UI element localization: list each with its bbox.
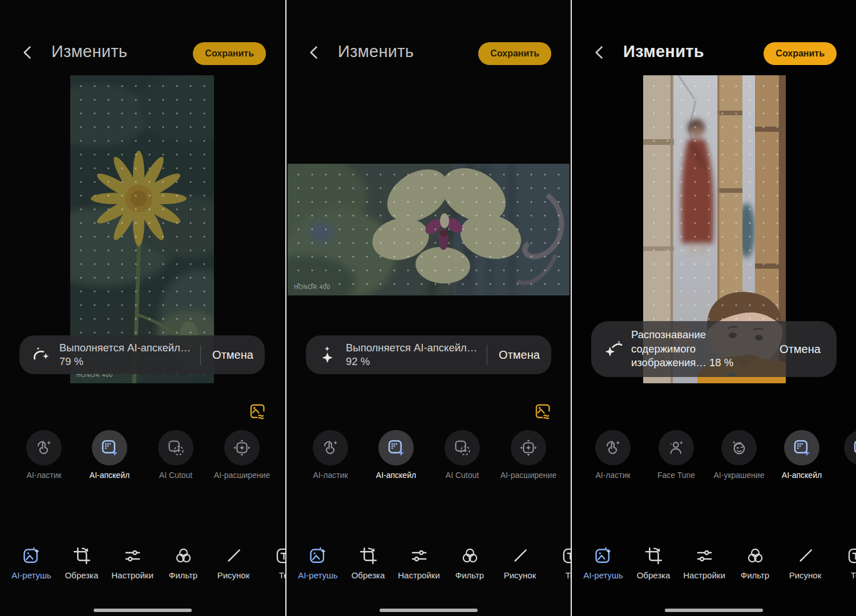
tab-crop[interactable]: Обрезка xyxy=(341,546,395,580)
adjustments-icon xyxy=(123,546,142,565)
tool-ai-cutout[interactable]: AI Cutout xyxy=(428,430,496,480)
cancel-button[interactable]: Отмена xyxy=(200,345,265,365)
tab-adjustments[interactable]: Настройки xyxy=(391,546,446,580)
toast-text: Выполняется AI-апскейл… 79 % xyxy=(59,341,200,369)
tab-adjustments[interactable]: Настройки xyxy=(105,546,160,580)
magic-wand-sparkle-icon xyxy=(31,345,51,364)
filter-icon xyxy=(746,546,765,565)
tool-ai-cutout[interactable]: AI Cutout xyxy=(142,430,210,480)
tool-ai-upscale[interactable]: AI-апскейл xyxy=(362,430,430,480)
crop-icon xyxy=(359,546,378,565)
back-button[interactable] xyxy=(21,45,35,60)
compare-original-icon[interactable] xyxy=(533,402,552,421)
home-indicator[interactable] xyxy=(94,609,192,612)
tab-ai-retouch[interactable]: AI-ретушь xyxy=(290,546,345,580)
tab-filter[interactable]: Фильтр xyxy=(728,546,782,580)
ai-expand-icon xyxy=(519,439,538,457)
toast-progress: 79 % xyxy=(59,355,200,368)
ai-upscale-icon xyxy=(853,439,856,457)
ai-eraser-icon xyxy=(321,439,340,457)
face-tune-icon xyxy=(667,439,685,457)
toast-progress: 92 % xyxy=(346,355,487,368)
tab-draw[interactable]: Рисунок xyxy=(778,546,833,580)
tool-ai-eraser[interactable]: AI-ластик xyxy=(296,430,365,480)
cancel-button[interactable]: Отмена xyxy=(487,345,551,365)
text-icon xyxy=(274,546,286,565)
tool-ai-expand[interactable]: AI-расширение xyxy=(494,430,563,480)
sparkles-icon xyxy=(318,345,337,364)
watermark: HONOR 400 xyxy=(294,284,330,290)
home-indicator[interactable] xyxy=(665,609,763,612)
toast-message: Распознавание содержимого изображения… xyxy=(631,329,706,368)
tool-ai-eraser[interactable]: AI-ластик xyxy=(579,430,647,480)
photo-preview-orchid: HONOR 400 xyxy=(288,164,570,295)
tab-crop[interactable]: Обрезка xyxy=(54,546,109,580)
editor-screen-flower: Изменить Сохранить xyxy=(0,0,285,616)
tab-adjustments[interactable]: Настройки xyxy=(677,546,732,580)
ai-retouch-icon xyxy=(22,546,41,565)
draw-icon xyxy=(511,546,530,565)
comet-sparkle-icon xyxy=(603,339,623,359)
ai-cutout-icon xyxy=(167,439,185,457)
filter-icon xyxy=(461,546,479,565)
adjustments-icon xyxy=(410,546,429,565)
save-button[interactable]: Сохранить xyxy=(193,42,266,65)
tool-ai-expand[interactable]: AI-расширение xyxy=(208,430,276,480)
toast-text: Распознавание содержимого изображения… 1… xyxy=(631,328,756,370)
text-icon xyxy=(561,546,571,565)
tool-ai-upscale[interactable]: AI-апскейл xyxy=(75,430,144,480)
progress-toast: Выполняется AI-апскейл… 79 % Отмена xyxy=(19,335,265,374)
tab-filter[interactable]: Фильтр xyxy=(442,546,497,580)
ai-upscale-icon xyxy=(793,439,811,457)
page-title: Изменить xyxy=(623,42,704,61)
grid-dots-overlay xyxy=(288,164,570,295)
ai-eraser-icon xyxy=(604,439,622,457)
text-icon xyxy=(846,546,856,565)
back-button[interactable] xyxy=(592,45,607,60)
tab-draw[interactable]: Рисунок xyxy=(492,546,547,580)
tab-ai-retouch[interactable]: AI-ретушь xyxy=(576,546,631,580)
editor-screen-boy: Изменить Сохранить xyxy=(571,0,856,616)
ai-retouch-icon xyxy=(309,546,328,565)
toast-message: Выполняется AI-апскейл… xyxy=(59,341,200,355)
tab-text[interactable]: Те xyxy=(543,546,571,580)
save-button[interactable]: Сохранить xyxy=(764,42,837,65)
toast-message: Выполняется AI-апскейл… xyxy=(346,341,487,355)
toast-text: Выполняется AI-апскейл… 92 % xyxy=(346,341,487,369)
tab-filter[interactable]: Фильтр xyxy=(156,546,211,580)
ai-upscale-icon xyxy=(100,439,119,457)
ai-cutout-icon xyxy=(453,439,471,457)
draw-icon xyxy=(796,546,815,565)
tool-ai-partial[interactable]: AI xyxy=(827,430,856,480)
editor-screen-orchid: Изменить Сохранить xyxy=(285,0,571,616)
tool-ai-eraser[interactable]: AI-ластик xyxy=(10,430,78,480)
crop-icon xyxy=(72,546,91,565)
back-button[interactable] xyxy=(307,45,322,60)
page-title: Изменить xyxy=(338,42,414,61)
ai-decorate-icon xyxy=(730,439,748,457)
crop-icon xyxy=(644,546,663,565)
tool-ai-decorate[interactable]: AI-украшение xyxy=(705,430,773,480)
tool-ai-upscale[interactable]: AI-апскейл xyxy=(768,430,836,480)
filter-icon xyxy=(174,546,193,565)
toast-progress: 18 % xyxy=(709,356,733,368)
progress-toast: Выполняется AI-апскейл… 92 % Отмена xyxy=(306,335,551,374)
ai-upscale-icon xyxy=(387,439,405,457)
progress-toast: Распознавание содержимого изображения… 1… xyxy=(591,321,837,377)
cancel-button[interactable]: Отмена xyxy=(764,339,837,359)
save-button[interactable]: Сохранить xyxy=(478,42,551,65)
ai-expand-icon xyxy=(233,439,251,457)
ai-eraser-icon xyxy=(35,439,53,457)
tool-face-tune[interactable]: Face Tune xyxy=(642,430,710,480)
tab-text[interactable]: Те xyxy=(828,546,856,580)
adjustments-icon xyxy=(695,546,714,565)
home-indicator[interactable] xyxy=(379,609,478,612)
compare-original-icon[interactable] xyxy=(248,402,267,421)
tab-ai-retouch[interactable]: AI-ретушь xyxy=(4,546,59,580)
ai-retouch-icon xyxy=(594,546,613,565)
tab-text[interactable]: Те xyxy=(256,546,285,580)
tab-draw[interactable]: Рисунок xyxy=(206,546,261,580)
tab-crop[interactable]: Обрезка xyxy=(626,546,681,580)
draw-icon xyxy=(224,546,243,565)
page-title: Изменить xyxy=(51,42,127,61)
